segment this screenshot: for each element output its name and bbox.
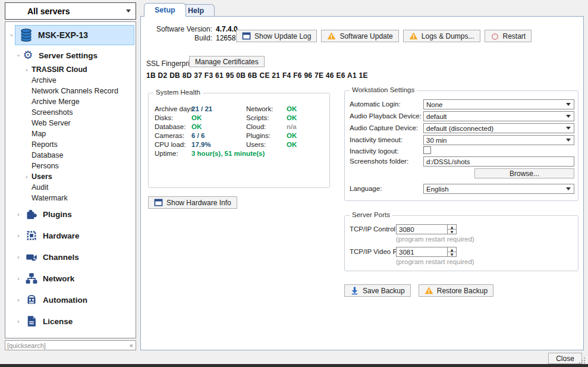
chevron-right-icon[interactable]: ›: [15, 232, 22, 240]
chevron-right-icon[interactable]: ›: [23, 173, 30, 181]
dropdown-value: default: [426, 113, 447, 120]
restart-button[interactable]: Restart: [485, 30, 532, 42]
window-bottom-edge: [0, 364, 588, 367]
health-label: Cloud:: [246, 123, 287, 130]
restart-required-note: (program restart required): [396, 236, 474, 243]
chevron-right-icon[interactable]: ›: [15, 296, 22, 304]
tree-item-label: Network: [43, 274, 74, 283]
tree-item-audit[interactable]: Audit: [5, 182, 136, 193]
hierarchy-icon: [10, 5, 23, 18]
restore-backup-button[interactable]: Restore Backup: [419, 284, 493, 297]
tree-item-network[interactable]: ›Network: [5, 268, 136, 289]
spin-up-icon[interactable]: ▲: [448, 225, 456, 230]
restore-backup-button-label: Restore Backup: [437, 287, 488, 295]
health-value: OK: [287, 141, 297, 148]
tree-item-label: Automation: [43, 296, 87, 305]
tree-item-label: Screenshots: [30, 108, 73, 117]
health-label: Archive days:: [155, 105, 191, 112]
save-backup-button[interactable]: Save Backup: [344, 284, 411, 297]
show-update-log-button[interactable]: Show Update Log: [236, 30, 317, 42]
tree-item-channels[interactable]: ›Channels: [5, 246, 136, 268]
health-row-uptime: Uptime:3 hour(s), 51 minute(s): [155, 150, 265, 157]
spinner-arrows[interactable]: ▲▼: [447, 247, 456, 256]
chevron-down-icon: [566, 103, 571, 106]
window-icon: [154, 198, 163, 207]
build-label: Build:: [146, 34, 212, 42]
close-button[interactable]: Close: [548, 353, 582, 364]
chevron-right-icon[interactable]: ›: [15, 253, 22, 261]
spinner-arrows[interactable]: ▲▼: [447, 225, 456, 234]
tcp-ip-control-port-spinner[interactable]: 3080▲▼: [396, 224, 457, 234]
chevron-right-icon[interactable]: ›: [15, 275, 22, 283]
chevron-right-icon[interactable]: ›: [23, 66, 30, 74]
tree-item-database[interactable]: Database: [5, 150, 136, 161]
camera-icon: [26, 251, 37, 263]
language-dropdown[interactable]: English: [423, 184, 574, 194]
automatic-login-dropdown[interactable]: None: [423, 99, 574, 109]
health-row-network: Network:OK: [246, 105, 297, 112]
health-label: Database:: [155, 123, 191, 130]
chevron-down-icon[interactable]: ›: [15, 52, 23, 59]
browse-button[interactable]: Browse...: [474, 168, 574, 178]
spin-down-icon[interactable]: ▼: [448, 252, 456, 256]
manage-certificates-button[interactable]: Manage Certificates: [189, 56, 265, 67]
health-label: Plugins:: [246, 132, 287, 139]
tree-item-license[interactable]: ›License: [5, 310, 136, 332]
database-icon: [19, 28, 33, 42]
tree-item-archive[interactable]: Archive: [5, 75, 136, 86]
chevron-down-icon[interactable]: ›: [8, 32, 15, 39]
spin-down-icon[interactable]: ▼: [448, 230, 456, 234]
chevron-right-icon[interactable]: ›: [15, 211, 22, 218]
chevron-down-icon: [566, 115, 571, 118]
audio-capture-device-dropdown[interactable]: default (disconnected): [423, 123, 574, 133]
window-icon: [242, 32, 251, 40]
health-value: OK: [287, 114, 297, 121]
selected-server-row[interactable]: MSK-EXP-13: [15, 25, 134, 45]
tree-item-persons[interactable]: Persons: [5, 161, 136, 171]
tree-item-automation[interactable]: ›Automation: [5, 289, 136, 310]
health-label: Network:: [246, 105, 287, 112]
tree-item-plugins[interactable]: ›Plugins: [5, 203, 136, 225]
tree-item-watermark[interactable]: Watermark: [5, 193, 136, 203]
tree-item-users[interactable]: ›Users: [5, 171, 136, 182]
tree-item-map[interactable]: Map: [5, 128, 136, 139]
screenshots-folder-input[interactable]: d:/DSSL/shots: [423, 156, 574, 167]
spin-up-icon[interactable]: ▲: [448, 247, 456, 252]
tree-item-msk-exp-13[interactable]: ›MSK-EXP-13: [5, 24, 136, 46]
clear-search-icon[interactable]: ×: [127, 342, 136, 349]
all-servers-combobox[interactable]: All servers: [5, 2, 136, 20]
port-value: 3081: [397, 247, 447, 256]
tree-item-archive-merge[interactable]: Archive Merge: [5, 96, 136, 107]
dropdown-value: None: [426, 101, 443, 108]
ws-label-screenshots-folder: Screenshots folder:: [350, 158, 408, 165]
chevron-right-icon[interactable]: ›: [15, 318, 22, 325]
software-update-button[interactable]: Software Update: [321, 30, 398, 42]
tree-item-screenshots[interactable]: Screenshots: [5, 107, 136, 118]
tree-item-label: Server Settings: [39, 51, 98, 60]
tab-setup[interactable]: Setup: [144, 3, 186, 17]
tree-item-server-settings[interactable]: ›⚙Server Settings: [5, 46, 136, 64]
tree-item-label: Plugins: [43, 210, 72, 219]
health-value: n/a: [287, 123, 297, 130]
tree-item-network-channels-record[interactable]: Network Channels Record: [5, 86, 136, 96]
resize-grip[interactable]: [578, 357, 585, 363]
health-row-database: Database:OK: [155, 123, 202, 130]
dropdown-value: English: [426, 186, 449, 193]
health-value: OK: [191, 114, 202, 121]
health-value: 6 / 6: [191, 132, 205, 139]
network-icon: [26, 272, 37, 284]
tcp-ip-video-port-spinner[interactable]: 3081▲▼: [396, 247, 457, 257]
tree-item-hardware[interactable]: ›Hardware: [5, 225, 136, 246]
show-hardware-info-button[interactable]: Show Hardware Info: [148, 196, 237, 209]
audio-playback-device-dropdown[interactable]: default: [423, 111, 574, 121]
tree-item-label: License: [43, 317, 73, 326]
health-value: OK: [287, 105, 297, 112]
tree-item-trassir-cloud[interactable]: ›TRASSIR Cloud: [5, 64, 136, 75]
logs-dumps-button[interactable]: Logs & Dumps...: [403, 30, 480, 42]
inactivity-timeout-dropdown[interactable]: 30 min: [423, 135, 574, 145]
tree-item-reports[interactable]: Reports: [5, 139, 136, 150]
inactivity-logout-checkbox[interactable]: [423, 146, 431, 154]
ws-label-language: Language:: [350, 185, 382, 192]
tree-item-web-server[interactable]: Web Server: [5, 118, 136, 128]
quicksearch-input[interactable]: [5, 341, 127, 349]
